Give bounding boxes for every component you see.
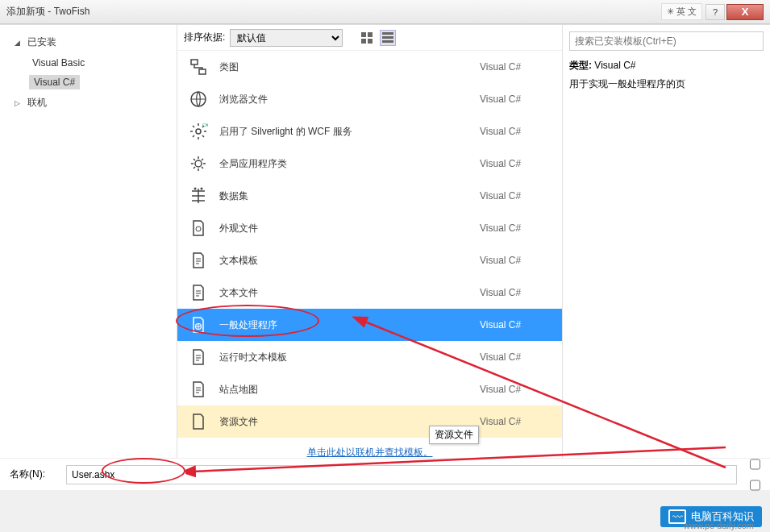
file-icon [187,217,210,239]
template-lang: Visual C# [480,61,552,73]
watermark-url: www.pc-daily.com [684,521,754,530]
sort-label: 排序依据: [184,31,225,44]
class-diagram-icon [187,56,210,78]
svg-point-3 [196,129,201,134]
tree-node-online[interactable]: ▷ 联机 [0,92,177,114]
main-area: ◢ 已安装 Visual Basic Visual C# ▷ 联机 排序依据: … [0,24,770,458]
toolbar: 排序依据: 默认值 [177,25,562,51]
template-lang: Visual C# [480,384,552,395]
template-row[interactable]: 浏览器文件 Visual C# [177,83,562,115]
language-badge[interactable]: ✳ 英 文 [661,3,702,20]
template-lang: Visual C# [480,255,552,266]
sort-dropdown[interactable]: 默认值 [230,29,343,47]
template-row[interactable]: 资源文件 Visual C# [177,405,562,438]
template-lang: Visual C# [480,190,552,202]
template-row[interactable]: C# 启用了 Silverlight 的 WCF 服务 Visual C# [177,115,562,148]
globe-icon: ✳ [667,6,674,17]
window-title: 添加新项 - TwoFish [6,5,89,19]
template-label: 启用了 Silverlight 的 WCF 服务 [219,125,480,139]
tree-label: 联机 [24,94,50,111]
dataset-icon [187,185,210,207]
tree-node-installed[interactable]: ◢ 已安装 [0,31,177,53]
help-button[interactable]: ? [705,4,725,20]
language-label: 英 文 [676,6,697,18]
template-list: 类图 Visual C# 浏览器文件 Visual C# C# 启用了 Silv… [177,51,562,458]
template-row[interactable]: 文本模板 Visual C# [177,244,562,276]
chevron-right-icon: ▷ [15,99,23,107]
tree-item-csharp[interactable]: Visual C# [0,73,177,92]
resource-icon [187,410,210,433]
type-label: 类型: [569,60,592,71]
link-text[interactable]: 单击此处以联机并查找模板。 [307,447,433,458]
type-value: Visual C# [594,60,635,71]
search-input[interactable] [569,31,764,51]
template-label: 类图 [219,60,480,74]
gear-icon: C# [187,120,210,143]
list-icon [382,32,393,43]
svg-point-7 [201,188,203,190]
template-label: 数据集 [219,189,480,203]
template-row[interactable]: 站点地图 Visual C# [177,373,562,405]
template-lang: Visual C# [480,416,552,427]
checkbox-option[interactable] [750,455,760,474]
tree-item-vb[interactable]: Visual Basic [0,53,177,73]
template-lang: Visual C# [480,126,552,137]
template-label: 运行时文本模板 [219,351,480,364]
checkbox-group [750,455,760,495]
left-pane: ◢ 已安装 Visual Basic Visual C# ▷ 联机 [0,25,177,458]
tooltip: 资源文件 [429,426,479,444]
center-pane: 排序依据: 默认值 类图 Visual C# 浏览器文件 Visual C# [177,25,562,458]
type-row: 类型: Visual C# [569,59,764,73]
template-row[interactable]: 一般处理程序 Visual C# [177,309,562,341]
svg-point-8 [196,227,201,231]
template-label: 站点地图 [219,383,480,397]
template-row[interactable]: 类图 Visual C# [177,51,562,83]
bottom-panel: 名称(N): [0,458,770,490]
svg-point-5 [195,160,202,167]
svg-point-6 [194,188,197,190]
svg-text:C#: C# [202,123,208,127]
template-lang: Visual C# [480,158,552,169]
template-row[interactable]: 数据集 Visual C# [177,180,562,212]
file-text-icon [187,346,210,368]
sitemap-icon [187,378,210,401]
template-lang: Visual C# [480,287,552,298]
template-description: 用于实现一般处理程序的页 [569,77,764,91]
checkbox-option[interactable] [750,476,760,495]
template-lang: Visual C# [480,319,552,330]
close-button[interactable]: X [726,4,764,20]
template-row[interactable]: 文本文件 Visual C# [177,276,562,309]
title-bar: 添加新项 - TwoFish ✳ 英 文 ? X [0,0,770,24]
tree-label: 已安装 [24,34,60,51]
template-label: 一般处理程序 [219,318,480,332]
name-label: 名称(N): [10,468,58,481]
gear-icon [187,152,210,175]
name-input[interactable] [66,465,737,484]
browser-icon [187,88,210,110]
view-grid-button[interactable] [359,30,375,46]
file-text-icon [187,281,210,304]
file-text-icon [187,249,210,272]
template-row[interactable]: 全局应用程序类 Visual C# [177,148,562,180]
template-label: 浏览器文件 [219,93,480,106]
chevron-down-icon: ◢ [15,39,23,47]
svg-rect-1 [199,69,206,74]
online-search-link[interactable]: 单击此处以联机并查找模板。 [177,438,562,458]
tree-label: Visual Basic [29,56,88,70]
template-row[interactable]: 运行时文本模板 Visual C# [177,341,562,373]
view-list-button[interactable] [380,30,396,46]
right-pane: 类型: Visual C# 用于实现一般处理程序的页 [562,25,770,458]
handler-icon [187,314,210,336]
grid-icon [361,32,373,44]
template-row[interactable]: 外观文件 Visual C# [177,212,562,244]
template-lang: Visual C# [480,222,552,234]
tree-label: Visual C# [29,75,80,89]
template-lang: Visual C# [480,351,552,363]
template-label: 外观文件 [219,222,480,235]
template-label: 全局应用程序类 [219,157,480,171]
template-label: 文本模板 [219,254,480,268]
template-label: 文本文件 [219,286,480,300]
svg-rect-0 [191,60,198,64]
template-lang: Visual C# [480,94,552,105]
